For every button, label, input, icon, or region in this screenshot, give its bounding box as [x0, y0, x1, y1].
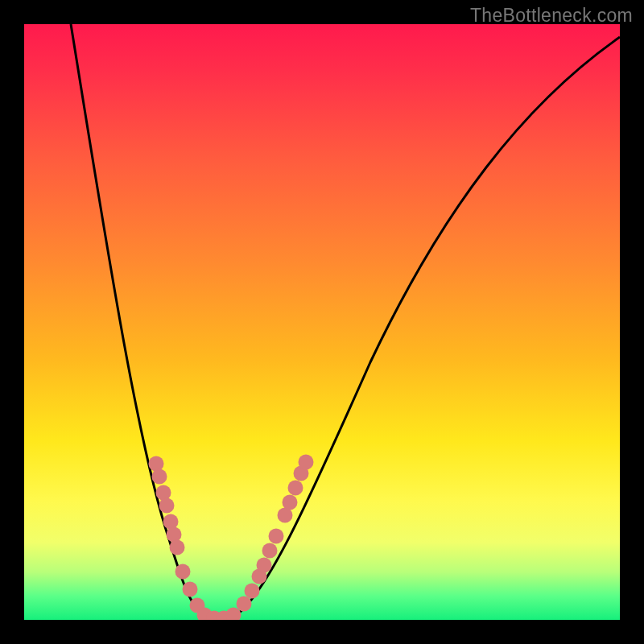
data-marker [257, 558, 272, 573]
data-marker [167, 527, 182, 543]
chart-svg [24, 24, 620, 620]
bottleneck-curve [71, 24, 620, 620]
data-marker [283, 495, 298, 510]
watermark-text: TheBottleneck.com [470, 5, 633, 27]
data-marker [269, 529, 284, 544]
data-marker [288, 481, 303, 496]
data-marker [149, 456, 164, 472]
data-marker [163, 514, 179, 530]
data-marker [237, 597, 252, 612]
data-marker [245, 584, 260, 599]
data-marker [170, 540, 185, 555]
data-marker [262, 543, 278, 559]
chart-frame: TheBottleneck.com [0, 0, 644, 644]
data-marker [152, 469, 167, 485]
data-marker [159, 498, 175, 514]
data-marker [183, 582, 198, 597]
data-marker [175, 564, 191, 580]
data-marker [156, 485, 171, 501]
data-marker [299, 455, 314, 470]
plot-area [24, 24, 620, 620]
